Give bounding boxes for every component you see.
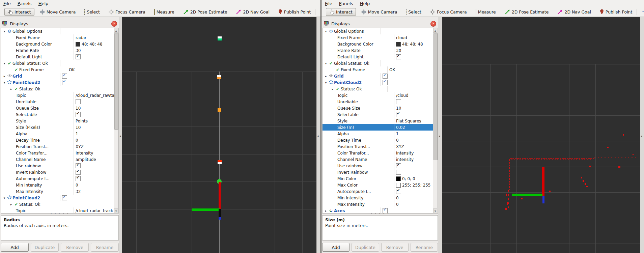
tree-row-position-transf[interactable]: Position Transf...XYZ: [323, 143, 438, 150]
row-checkbox[interactable]: ✔: [396, 163, 401, 168]
tool-2d-nav-goal[interactable]: 2D Nav Goal: [232, 8, 273, 16]
row-checkbox[interactable]: [396, 170, 401, 175]
tree-row-pointcloud2[interactable]: ▾PointCloud2✔: [1, 79, 118, 86]
row-value-cell[interactable]: ✔: [394, 163, 438, 169]
scroll-down-icon[interactable]: ▼: [433, 208, 437, 213]
tree-row-global-options[interactable]: ▾⚙Global Options: [1, 28, 118, 34]
collapse-arrow-icon[interactable]: ▾: [2, 62, 6, 65]
tool-focus-camera[interactable]: Focus Camera: [105, 8, 149, 16]
row-value-cell[interactable]: ✔: [74, 175, 118, 182]
tree-row-background-color[interactable]: Background Color48; 48; 48: [323, 41, 438, 47]
row-checkbox[interactable]: ✔: [76, 112, 81, 117]
row-checkbox[interactable]: ✔: [76, 163, 81, 168]
tree-row-default-light[interactable]: Default Light✔: [1, 54, 118, 60]
tree-row-min-intensity[interactable]: Min Intensity0: [1, 182, 118, 188]
tree-row-frame-rate[interactable]: Frame Rate30: [323, 47, 438, 54]
tool-2d-pose-estimate[interactable]: 2D Pose Estimate: [501, 8, 552, 16]
row-value-cell[interactable]: ✔: [60, 73, 118, 79]
duplicate-button[interactable]: Duplicate: [31, 243, 59, 252]
row-value-cell[interactable]: /cloud_radar_rawta...: [74, 92, 118, 99]
remove-button[interactable]: Remove: [61, 243, 89, 252]
row-value-cell[interactable]: 10: [394, 105, 438, 111]
tree-row-selectable[interactable]: Selectable✔: [323, 111, 438, 118]
tree-row-fixed-frame[interactable]: ✔Fixed FrameOK: [323, 66, 438, 73]
collapse-arrow-icon[interactable]: ▾: [324, 62, 328, 65]
tree-row-size-pixels[interactable]: Size (Pixels)10: [1, 124, 118, 131]
tool-measure[interactable]: Measure: [151, 8, 178, 16]
row-checkbox[interactable]: ✔: [396, 189, 401, 194]
collapse-arrow-icon[interactable]: ▾: [2, 81, 6, 84]
row-value-cell[interactable]: 0: [394, 201, 438, 207]
tree-row-pointcloud2[interactable]: ▾PointCloud2✔: [323, 79, 438, 86]
tree-row-topic[interactable]: Topic/cloud_radar_rawta...: [1, 92, 118, 99]
row-checkbox[interactable]: ✔: [62, 195, 67, 200]
row-value-cell[interactable]: 32: [74, 188, 118, 195]
row-value-cell[interactable]: ✔: [394, 111, 438, 118]
tree-row-channel-name[interactable]: Channel Nameamplitude: [1, 156, 118, 163]
tree-row-queue-size[interactable]: Queue Size10: [323, 105, 438, 111]
add-button[interactable]: Add: [322, 243, 349, 252]
expand-arrow-icon[interactable]: ▸: [9, 203, 13, 206]
expand-arrow-icon[interactable]: ▸: [324, 209, 328, 213]
tree-row-autocompute-i[interactable]: Autocompute I...✔: [1, 175, 118, 182]
menu-help[interactable]: Help: [38, 1, 49, 6]
scroll-up-icon[interactable]: ▲: [114, 28, 118, 33]
menu-file[interactable]: File: [325, 1, 332, 6]
tool-publish-point[interactable]: Publish Point: [596, 8, 636, 16]
row-checkbox[interactable]: [396, 99, 401, 104]
tree-row-min-intensity[interactable]: Min Intensity0: [323, 195, 438, 201]
tree-scrollbar[interactable]: ▲▼: [114, 28, 118, 213]
expand-arrow-icon[interactable]: ▸: [331, 87, 335, 91]
remove-button[interactable]: Remove: [381, 243, 409, 252]
tree-row-invert-rainbow[interactable]: Invert Rainbow✔: [1, 169, 118, 175]
tree-row-color-transfor[interactable]: Color Transfor...Intensity: [1, 150, 118, 156]
row-checkbox[interactable]: ✔: [76, 170, 81, 175]
collapse-arrow-icon[interactable]: ▾: [324, 81, 328, 84]
row-value-cell[interactable]: [67, 201, 118, 207]
row-value-cell[interactable]: ✔: [381, 73, 438, 79]
scroll-down-icon[interactable]: ▼: [114, 208, 118, 213]
tree-row-pointcloud2[interactable]: ▾PointCloud2✔: [1, 195, 118, 201]
tool-select[interactable]: Select: [81, 8, 103, 16]
tree-row-default-light[interactable]: Default Light✔: [323, 54, 438, 60]
scroll-up-icon[interactable]: ▲: [433, 28, 437, 33]
row-value-cell[interactable]: Intensity: [74, 150, 118, 156]
row-value-cell[interactable]: 48; 48; 48: [394, 41, 438, 47]
tool-2d-pose-estimate[interactable]: 2D Pose Estimate: [180, 8, 231, 16]
tree-row-grid[interactable]: ▸Grid✔: [323, 73, 438, 79]
row-value-cell[interactable]: 0: [394, 137, 438, 143]
row-value-cell[interactable]: ✔: [74, 169, 118, 175]
row-value-cell[interactable]: [381, 60, 438, 66]
tool-publish-point[interactable]: Publish Point: [275, 8, 314, 16]
row-value-cell[interactable]: XYZ: [394, 143, 438, 150]
row-value-cell[interactable]: 30: [74, 47, 118, 54]
tree-row-invert-rainbow[interactable]: Invert Rainbow: [323, 169, 438, 175]
tree-row-status-ok[interactable]: ▸✔Status: Ok: [323, 86, 438, 92]
row-value-cell[interactable]: cloud: [394, 34, 438, 41]
row-value-cell[interactable]: ✔: [74, 163, 118, 169]
menu-help[interactable]: Help: [360, 1, 370, 6]
expand-arrow-icon[interactable]: ▸: [324, 75, 328, 78]
row-value-cell[interactable]: /cloud: [394, 92, 438, 99]
tree-row-unreliable[interactable]: Unreliable: [1, 99, 118, 105]
row-value-cell[interactable]: XYZ: [74, 143, 118, 150]
row-value-cell[interactable]: Intensity: [394, 150, 438, 156]
row-value-cell[interactable]: 1: [74, 131, 118, 137]
row-value-cell[interactable]: [74, 99, 118, 105]
tree-row-autocompute-i[interactable]: Autocompute I...✔: [323, 188, 438, 195]
tree-row-max-color[interactable]: Max Color255; 255; 255: [323, 182, 438, 188]
row-value-cell[interactable]: 1: [394, 131, 438, 137]
tree-row-fixed-frame[interactable]: Fixed Framecloud: [323, 34, 438, 41]
row-value-cell[interactable]: ✔: [394, 188, 438, 195]
tree-row-topic[interactable]: Topic/cloud: [323, 92, 438, 99]
row-checkbox[interactable]: ✔: [76, 176, 81, 181]
add-button[interactable]: Add: [1, 243, 29, 252]
menu-panels[interactable]: Panels: [18, 1, 32, 6]
row-checkbox[interactable]: ✔: [62, 80, 67, 85]
row-checkbox[interactable]: [76, 99, 81, 104]
tree-row-alpha[interactable]: Alpha1: [1, 131, 118, 137]
row-checkbox[interactable]: ✔: [383, 74, 388, 79]
tree-row-alpha[interactable]: Alpha1: [323, 131, 438, 137]
row-value-cell[interactable]: 10: [74, 105, 118, 111]
row-checkbox[interactable]: ✔: [396, 112, 401, 117]
